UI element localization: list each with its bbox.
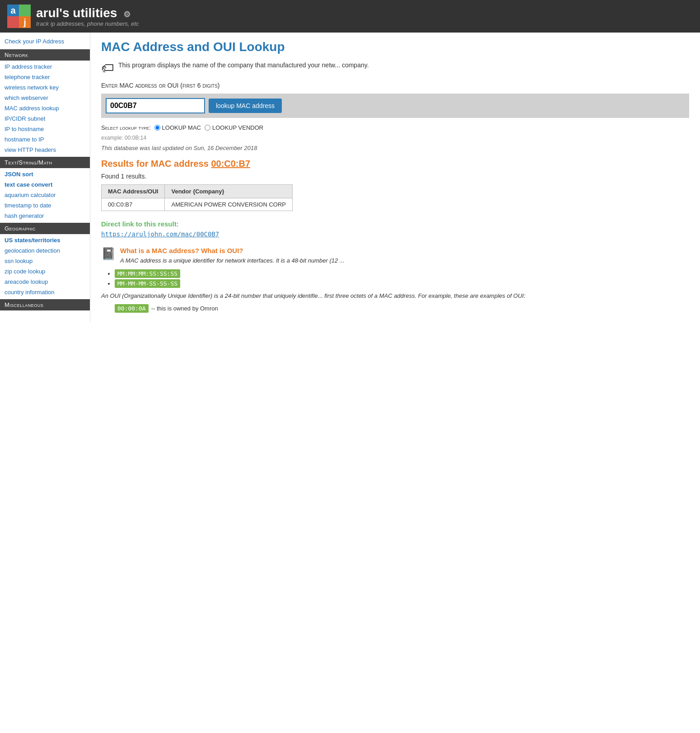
sidebar-item-webserver[interactable]: which webserver: [0, 93, 90, 103]
header: a j arul's utilities ⚙ track ip addresse…: [0, 0, 700, 33]
sidebar-item-http[interactable]: view HTTP headers: [0, 145, 90, 155]
intro-block: 🏷 This program displays the name of the …: [101, 61, 689, 75]
sidebar-item-textcase[interactable]: text case convert: [0, 179, 90, 190]
sidebar-item-wireless[interactable]: wireless network key: [0, 82, 90, 93]
header-text: arul's utilities ⚙ track ip addresses, p…: [36, 6, 139, 27]
sidebar-item-geolocation[interactable]: geolocation detection: [0, 245, 90, 256]
oui-badge: 00:00:0A: [115, 304, 149, 313]
lookup-type-row: Select lookup type: LOOKUP MAC LOOKUP VE…: [101, 124, 689, 131]
sidebar-item-json[interactable]: JSON sort: [0, 169, 90, 179]
sidebar: Check your IP Address Network IP address…: [0, 33, 90, 322]
main-content: MAC Address and OUI Lookup 🏷 This progra…: [90, 33, 700, 322]
logo: a j: [7, 5, 31, 28]
sidebar-item-zip[interactable]: zip code lookup: [0, 266, 90, 277]
results-mac-link[interactable]: 00:C0:B7: [211, 159, 250, 169]
oui-example-list: 00:00:0A -- this is owned by Omron: [101, 304, 689, 313]
sidebar-item-usstates[interactable]: US states/territories: [0, 235, 90, 245]
oui-text: An OUI (Organizationally Unique Identifi…: [101, 291, 689, 301]
lookup-type-label: Select lookup type:: [101, 124, 151, 131]
intro-icon: 🏷: [101, 61, 114, 75]
sidebar-item-ssn[interactable]: ssn lookup: [0, 256, 90, 266]
db-update-text: This database was last updated on Sun, 1…: [101, 145, 689, 151]
sidebar-item-hash[interactable]: hash generator: [0, 211, 90, 221]
book-icon: 📓: [101, 247, 116, 261]
sidebar-item-ip-hostname[interactable]: IP to hostname: [0, 124, 90, 134]
logo-orange: j: [19, 16, 31, 28]
logo-red: [7, 16, 19, 28]
sidebar-item-hostname-ip[interactable]: hostname to IP: [0, 134, 90, 145]
table-cell-mac: 00:C0:B7: [102, 198, 165, 211]
sidebar-check-ip[interactable]: Check your IP Address: [0, 35, 90, 47]
sidebar-section-network: Network: [0, 49, 90, 61]
sidebar-section-text: Text/String/Math: [0, 157, 90, 168]
radio-lookup-mac[interactable]: [154, 125, 160, 131]
table-row: 00:C0:B7 AMERICAN POWER CONVERSION CORP: [102, 198, 293, 211]
gear-icon[interactable]: ⚙: [123, 10, 131, 19]
intro-text: This program displays the name of the co…: [118, 61, 369, 70]
mac-format-badge-colon: MM:MM:MM:SS:SS:SS: [115, 269, 180, 278]
found-text: Found 1 results.: [101, 173, 689, 180]
sidebar-item-telephone[interactable]: telephone tracker: [0, 72, 90, 82]
oui-example-item: 00:00:0A -- this is owned by Omron: [115, 304, 689, 313]
results-heading: Results for MAC address 00:C0:B7: [101, 159, 689, 169]
sidebar-item-mac[interactable]: MAC address lookup: [0, 103, 90, 113]
input-row: lookup MAC address: [101, 94, 689, 118]
logo-green: [19, 5, 31, 16]
site-subtitle: track ip addresses, phone numbers, etc: [36, 20, 139, 27]
mac-format-badge-dash: MM-MM-MM-SS-SS-SS: [115, 279, 180, 288]
example-text: example: 00:0B:14: [101, 135, 689, 141]
sidebar-item-timestamp[interactable]: timestamp to date: [0, 200, 90, 211]
sidebar-item-areacode[interactable]: areacode lookup: [0, 277, 90, 287]
direct-link-url: https://aruljohn.com/mac/00C0B7: [101, 230, 689, 238]
radio-vendor-label[interactable]: LOOKUP VENDOR: [205, 124, 263, 131]
mac-format-item-colon: MM:MM:MM:SS:SS:SS: [115, 270, 689, 277]
sidebar-item-aquarium[interactable]: aquarium calculator: [0, 190, 90, 200]
what-is-heading: What is a MAC address? What is OUI?: [120, 247, 345, 254]
layout: Check your IP Address Network IP address…: [0, 33, 700, 322]
page-title: MAC Address and OUI Lookup: [101, 40, 689, 54]
logo-a: a: [7, 5, 19, 16]
sidebar-section-geo: Geographic: [0, 223, 90, 234]
sidebar-section-misc: Miscellaneous: [0, 299, 90, 310]
what-is-content: What is a MAC address? What is OUI? A MA…: [120, 247, 345, 265]
mac-format-list: MM:MM:MM:SS:SS:SS MM-MM-MM-SS-SS-SS: [101, 270, 689, 287]
direct-link-heading: Direct link to this result:: [101, 220, 689, 228]
mac-address-input[interactable]: [106, 98, 205, 113]
sidebar-item-cidr[interactable]: IP/CIDR subnet: [0, 113, 90, 124]
enter-label: Enter MAC address or OUI (first 6 digits…: [101, 82, 689, 89]
radio-mac-label[interactable]: LOOKUP MAC: [154, 124, 201, 131]
mac-format-item-dash: MM-MM-MM-SS-SS-SS: [115, 280, 689, 287]
lookup-button[interactable]: lookup MAC address: [209, 99, 282, 113]
table-header-vendor: Vendor {Company}: [165, 185, 293, 198]
table-cell-vendor: AMERICAN POWER CONVERSION CORP: [165, 198, 293, 211]
what-is-text: A MAC address is a unique identifier for…: [120, 256, 345, 265]
result-table: MAC Address/OUI Vendor {Company} 00:C0:B…: [101, 184, 293, 211]
sidebar-item-ip-tracker[interactable]: IP address tracker: [0, 61, 90, 72]
table-header-mac: MAC Address/OUI: [102, 185, 165, 198]
site-title: arul's utilities ⚙: [36, 6, 139, 20]
sidebar-item-country[interactable]: country information: [0, 287, 90, 297]
oui-desc: -- this is owned by Omron: [151, 305, 218, 312]
radio-lookup-vendor[interactable]: [205, 125, 210, 131]
what-is-block: 📓 What is a MAC address? What is OUI? A …: [101, 247, 689, 265]
direct-link-anchor[interactable]: https://aruljohn.com/mac/00C0B7: [101, 230, 219, 238]
